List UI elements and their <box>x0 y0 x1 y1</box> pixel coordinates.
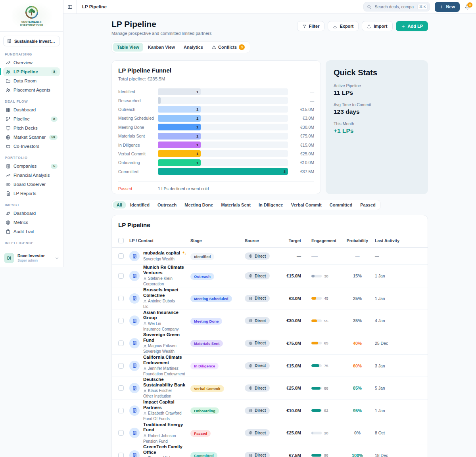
row-checkbox[interactable] <box>118 296 124 301</box>
row-checkbox[interactable] <box>118 408 124 413</box>
sidebar-item[interactable]: Market Scanner 59 <box>3 133 60 141</box>
sidebar-item[interactable]: Placement Agents <box>3 86 60 94</box>
stage-badge: Verbal Commit <box>190 385 224 392</box>
stage-filter-chip[interactable]: Meeting Done <box>181 201 217 208</box>
panel-toggle-button[interactable] <box>63 0 77 13</box>
funnel-stage-count: 1 <box>196 134 198 138</box>
user-icon <box>143 412 147 415</box>
stage-filter-chip[interactable]: Materials Sent <box>217 201 254 208</box>
panel-left-icon <box>67 4 73 10</box>
target-value: — <box>284 254 301 258</box>
sidebar-item[interactable]: Pipeline 8 <box>3 115 60 123</box>
search-input[interactable] <box>374 4 415 10</box>
sidebar-item-label: LP Pipeline <box>13 69 38 74</box>
org-name: Sustainable Investmen... <box>14 39 56 44</box>
funnel-stage-amount: €15.0M <box>288 107 314 112</box>
view-tab[interactable]: Table View <box>113 43 143 52</box>
column-header: Probability <box>345 238 370 243</box>
sidebar-item-badge: 5 <box>51 164 58 169</box>
sidebar-item[interactable]: Companies 5 <box>3 162 60 170</box>
stage-filter-chip[interactable]: Committed <box>326 201 356 208</box>
new-button[interactable]: New <box>435 2 460 12</box>
contact-name: Stefanie Klein <box>148 276 173 281</box>
table-row[interactable]: Deutsche Sustainability Bank Klaus Fisch… <box>112 377 428 400</box>
table-row[interactable]: GreenTech Family Office Thomas Weber Fam… <box>112 444 428 457</box>
sidebar-item[interactable]: LP Reports <box>3 189 60 198</box>
table-row[interactable]: mubadala capital Sovereign Wealth Identi… <box>112 248 428 265</box>
row-checkbox[interactable] <box>118 340 124 346</box>
search-box[interactable]: ⌘ K <box>363 2 430 11</box>
table-row[interactable]: Munich Re Climate Ventures Stefanie Klei… <box>112 265 428 287</box>
notifications-button[interactable]: 3 <box>464 4 470 10</box>
sidebar-item[interactable]: Co-Investors <box>3 142 60 151</box>
funnel-bar: 1 <box>158 106 288 113</box>
table-row[interactable]: Impact Capital Partners Elizabeth Crawfo… <box>112 400 428 422</box>
sidebar-item[interactable]: Financial Analysis <box>3 171 60 180</box>
last-activity: 1 Jan <box>370 296 421 301</box>
view-tab[interactable]: Analytics <box>180 43 207 52</box>
row-checkbox[interactable] <box>118 385 124 391</box>
sidebar-item[interactable]: Dashboard <box>3 209 60 218</box>
stage-filter-chip[interactable]: Identified <box>127 201 153 208</box>
row-checkbox[interactable] <box>118 430 124 436</box>
building-icon <box>129 383 140 393</box>
sidebar-item[interactable]: Data Room <box>3 76 60 85</box>
user-icon <box>143 389 147 393</box>
engagement-value: 92 <box>324 408 328 413</box>
last-activity: 4 Jan <box>370 318 421 323</box>
monitor-icon <box>6 126 11 131</box>
funnel-row: Meeting Scheduled 1 €3.0M <box>118 114 314 122</box>
funnel-bar: 1 <box>158 141 288 148</box>
view-tab[interactable]: Conflicts 3 <box>208 43 249 52</box>
funnel-stage-amount: €75.0M <box>288 134 314 138</box>
sidebar-item[interactable]: Audit Trail <box>3 227 60 236</box>
target-circle-icon <box>249 254 253 258</box>
org-switcher[interactable]: Sustainable Investmen... <box>3 36 60 46</box>
source-badge: Direct <box>245 317 270 324</box>
sidebar-item[interactable]: Overview <box>3 58 60 67</box>
funnel-stage-label: Meeting Scheduled <box>118 116 158 120</box>
sidebar-item-badge: 8 <box>51 69 58 75</box>
probability-value: — <box>345 254 370 258</box>
nav-section: INTELLIGENCE Knowledge <box>3 241 60 249</box>
building-icon <box>129 450 140 457</box>
user-menu[interactable]: DI Dave Investor Super admin <box>0 249 63 267</box>
row-checkbox[interactable] <box>118 363 124 369</box>
sidebar-item[interactable]: Dashboard <box>3 105 60 114</box>
probability-value: 60% <box>345 363 370 368</box>
book-icon <box>6 249 11 249</box>
table-row[interactable]: Brussels Impact Collective Antoine Duboi… <box>112 287 428 310</box>
tab-label: Conflicts <box>218 45 237 50</box>
export-button[interactable]: Export <box>328 21 359 31</box>
select-all-checkbox[interactable] <box>118 238 124 243</box>
lp-type: Pension Fund <box>143 439 190 444</box>
tab-label: Analytics <box>184 45 203 50</box>
filter-button[interactable]: Filter <box>297 21 325 31</box>
sidebar-item[interactable]: LP Pipeline 8 <box>3 67 60 76</box>
stage-filter-chip[interactable]: Verbal Commit <box>288 201 325 208</box>
view-tab[interactable]: Kanban View <box>144 43 179 52</box>
row-checkbox[interactable] <box>118 273 124 279</box>
stage-filter-chip[interactable]: Passed <box>357 201 379 208</box>
table-row[interactable]: Sovereign Green Fund Magnus Eriksen Sove… <box>112 332 428 355</box>
sidebar-item[interactable]: Pitch Decks <box>3 124 60 132</box>
sidebar-item[interactable]: Metrics <box>3 218 60 227</box>
row-checkbox[interactable] <box>118 453 124 457</box>
handshake-icon <box>6 144 11 149</box>
funnel-bar-fill: 3 <box>158 168 288 175</box>
stage-filter-chip[interactable]: Outreach <box>154 201 180 208</box>
row-checkbox[interactable] <box>118 318 124 323</box>
sidebar-item[interactable]: Board Observer <box>3 180 60 189</box>
building-icon <box>129 271 140 281</box>
sidebar-item[interactable]: Knowledge <box>3 247 60 249</box>
table-row[interactable]: Asian Insurance Group Wei Lin Insurance … <box>112 310 428 333</box>
import-button[interactable]: Import <box>362 21 392 31</box>
table-row[interactable]: California Climate Endowment Jennifer Ma… <box>112 355 428 377</box>
table-row[interactable]: Traditional Energy Fund Robert Johnson P… <box>112 422 428 445</box>
stage-filter-chip[interactable]: All <box>113 201 126 208</box>
funnel-bar: 3 <box>158 168 288 175</box>
building-icon <box>129 428 140 438</box>
add-lp-button[interactable]: Add LP <box>396 21 428 31</box>
stage-filter-chip[interactable]: In Diligence <box>255 201 287 208</box>
row-checkbox[interactable] <box>118 253 124 259</box>
